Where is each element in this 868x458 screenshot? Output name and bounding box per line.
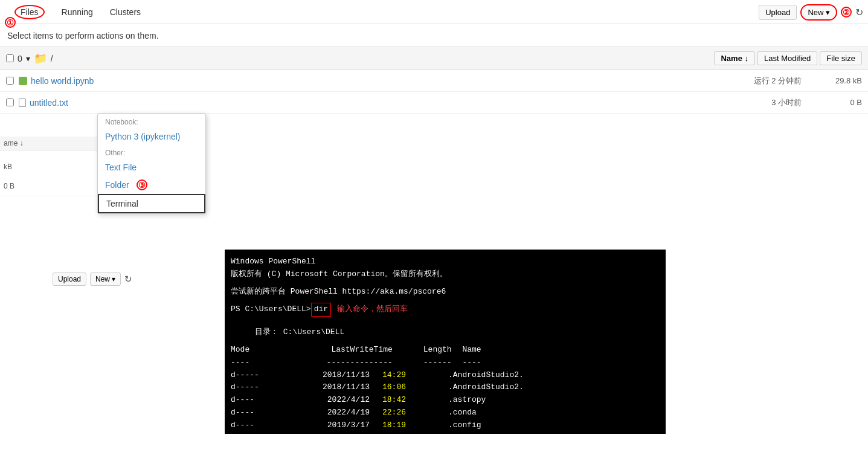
nav-clusters[interactable]: Clusters (101, 2, 149, 22)
them-link[interactable]: them (138, 31, 156, 40)
terminal-command: dir (311, 303, 331, 317)
file-modified-2: 3 小时前 (681, 97, 802, 108)
annotation-1: ① (5, 17, 16, 28)
select-all-checkbox[interactable] (6, 54, 14, 62)
toolbar-right: Name ↓ Last Modified File size (714, 51, 862, 65)
terminal-file-rows: d-----2018/11/1314:29.AndroidStudio2.d--… (231, 369, 660, 434)
text-icon (19, 98, 26, 107)
item-count: 0 (18, 54, 22, 63)
sort-modified-button[interactable]: Last Modified (757, 51, 817, 65)
terminal-file-row: d-----2018/11/1316:06.AndroidStudio2. (231, 381, 660, 394)
folder-item[interactable]: Folder ③ (98, 176, 205, 194)
other-section-label: Other: (98, 145, 205, 159)
dropdown-arrow[interactable]: ▾ (26, 54, 30, 63)
file-checkbox-2[interactable] (6, 98, 14, 106)
file-list: hello world.ipynb 运行 2 分钟前 29.8 kB untit… (0, 70, 868, 114)
small-row2-size: 0 B (4, 182, 14, 190)
terminal-file-row: d----2019/3/1718:19.config (231, 419, 660, 432)
terminal-separator: ---- -------------- ------ ---- (231, 356, 660, 369)
sort-size-button[interactable]: File size (820, 51, 862, 65)
terminal-file-row: d----2022/4/1922:26.conda (231, 407, 660, 419)
top-right-actions: Upload New ▾ ② ↻ (759, 0, 868, 24)
path-text: / (51, 54, 53, 63)
terminal-prompt: PS C:\Users\DELL> (231, 305, 311, 314)
second-upload-button[interactable]: Upload (53, 273, 86, 286)
terminal-hint: 输入命令，然后回车 (337, 305, 408, 314)
annotation-2: ② (841, 7, 852, 18)
toolbar-row: 0 ▾ 📁 / Name ↓ Last Modified File size (0, 47, 868, 70)
terminal-file-row: d-----2018/11/1314:29.AndroidStudio2. (231, 369, 660, 382)
file-size-1: 29.8 kB (802, 76, 862, 85)
top-new-button[interactable]: New ▾ (800, 4, 837, 21)
terminal-line1: 版权所有 (C) Microsoft Corporation。保留所有权利。 (231, 268, 660, 281)
dropdown-menu-container: Notebook: Python 3 (ipykernel) Other: Te… (97, 114, 206, 214)
second-action-bar: Upload New ▾ ↻ (53, 273, 132, 286)
terminal-file-row: d----2022/4/1216:22.continuum (231, 432, 660, 434)
toolbar-left: 0 ▾ 📁 / (6, 52, 714, 65)
nav-running[interactable]: Running (53, 2, 101, 22)
file-checkbox-1[interactable] (6, 77, 14, 85)
terminal-area: Windows PowerShell 版权所有 (C) Microsoft Co… (225, 250, 666, 434)
text-file-item[interactable]: Text File (98, 159, 205, 176)
main-area: Upload New ▾ ↻ ame ↓ ze kB 0 B Notebook:… (0, 114, 868, 434)
terminal-file-row: d----2022/4/1218:42.astropy (231, 394, 660, 407)
file-name-2[interactable]: untitled.txt (30, 98, 681, 108)
annotation-3: ③ (137, 179, 147, 190)
terminal-line2: 尝试新的跨平台 PowerShell https://aka.ms/pscore… (231, 286, 660, 298)
refresh-icon[interactable]: ↻ (855, 7, 863, 18)
info-text: Select items to perform actions on them. (7, 31, 159, 40)
top-upload-button[interactable]: Upload (759, 5, 797, 20)
notebook-icon (19, 77, 27, 85)
terminal-dir-label: 目录： C:\Users\DELL (231, 326, 660, 339)
file-name-1[interactable]: hello world.ipynb (31, 76, 681, 86)
dropdown-menu: Notebook: Python 3 (ipykernel) Other: Te… (97, 114, 206, 214)
second-refresh-icon[interactable]: ↻ (124, 274, 132, 285)
small-row1-size: kB (4, 163, 12, 171)
sort-name-button[interactable]: Name ↓ (714, 51, 755, 65)
file-modified-1: 运行 2 分钟前 (681, 76, 802, 86)
file-size-2: 0 B (802, 98, 862, 107)
terminal-table-header: Mode LastWriteTime Length Name (231, 344, 660, 356)
table-row: untitled.txt 3 小时前 0 B (0, 92, 868, 114)
folder-item-label: Folder (105, 180, 129, 190)
folder-icon: 📁 (34, 52, 47, 65)
small-name-col: ame ↓ (4, 139, 24, 147)
table-row: hello world.ipynb 运行 2 分钟前 29.8 kB (0, 70, 868, 92)
notebook-section-label: Notebook: (98, 114, 205, 128)
second-new-button[interactable]: New ▾ (90, 273, 121, 286)
terminal-item[interactable]: Terminal (98, 194, 205, 213)
terminal-title: Windows PowerShell (231, 256, 660, 268)
files-circle: Files (14, 5, 45, 19)
terminal-prompt-line: PS C:\Users\DELL> dir 输入命令，然后回车 (231, 303, 660, 317)
header-bar: Select items to perform actions on them. (0, 24, 868, 47)
top-nav: Files Running Clusters ① Upload New ▾ ② … (0, 0, 868, 24)
python3-item[interactable]: Python 3 (ipykernel) (98, 128, 205, 145)
